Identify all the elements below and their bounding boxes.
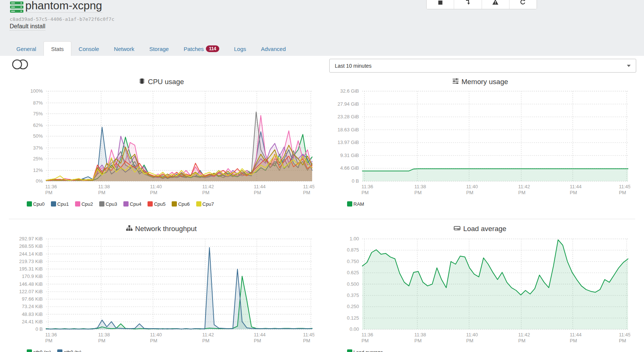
svg-text:PM: PM [98, 338, 106, 343]
svg-text:0.750: 0.750 [347, 259, 359, 264]
svg-text:11:44: 11:44 [570, 332, 582, 337]
load-chart-plot[interactable]: 1.000.8750.7500.6250.5000.3750.2500.1250… [329, 234, 631, 346]
tab-advanced[interactable]: Advanced [253, 41, 293, 56]
svg-text:73.24 KiB: 73.24 KiB [22, 304, 43, 309]
svg-text:48.83 KiB: 48.83 KiB [22, 311, 43, 317]
svg-text:PM: PM [202, 190, 210, 195]
svg-text:11:38: 11:38 [98, 332, 110, 337]
stop-button[interactable] [427, 0, 454, 9]
legend-item: RAM [347, 201, 364, 207]
memory-usage-chart: Memory usage 32.6 GiB27.94 GiB23.28 GiB1… [329, 76, 631, 207]
svg-text:195.31 KiB: 195.31 KiB [19, 266, 43, 272]
svg-text:18.63 GiB: 18.63 GiB [337, 127, 359, 132]
tab-storage[interactable]: Storage [142, 41, 177, 56]
svg-text:11:40: 11:40 [466, 332, 478, 337]
tab-general[interactable]: General [9, 41, 43, 56]
tab-logs[interactable]: Logs [227, 41, 254, 56]
memory-chart-legend: RAM [329, 201, 631, 207]
network-throughput-chart: Network throughput 292.97 KiB268.55 KiB2… [9, 223, 314, 352]
tab-network[interactable]: Network [107, 41, 142, 56]
svg-text:292.97 KiB: 292.97 KiB [19, 236, 43, 241]
svg-text:87%: 87% [33, 100, 43, 106]
svg-text:PM: PM [254, 190, 261, 195]
svg-text:11:36: 11:36 [45, 184, 57, 189]
chevron-down-icon [627, 65, 631, 67]
svg-text:11:38: 11:38 [98, 184, 110, 189]
svg-text:PM: PM [362, 190, 369, 195]
svg-text:0.00: 0.00 [350, 326, 359, 332]
load-average-chart: Load average 1.000.8750.7500.6250.5000.3… [329, 223, 631, 352]
svg-text:PM: PM [150, 190, 158, 195]
memory-chart-plot[interactable]: 32.6 GiB27.94 GiB23.28 GiB18.63 GiB13.97… [329, 87, 631, 198]
svg-text:0 B: 0 B [352, 178, 359, 184]
svg-text:11:44: 11:44 [254, 184, 266, 189]
svg-text:11:42: 11:42 [518, 184, 530, 189]
network-chart-legend: eth0 (rx)eth0 (tx) [9, 349, 314, 352]
svg-text:PM: PM [518, 190, 526, 195]
legend-item: Cpu3 [99, 201, 117, 207]
svg-text:PM: PM [303, 190, 310, 195]
stats-panel: Last 10 minutes CPU usage 100%87%75%62%5… [0, 56, 644, 352]
svg-text:268.55 KiB: 268.55 KiB [19, 243, 43, 249]
svg-text:50%: 50% [33, 133, 43, 139]
suspend-button[interactable] [454, 0, 481, 9]
reboot-icon [520, 0, 526, 7]
svg-text:100%: 100% [30, 88, 43, 94]
svg-text:PM: PM [303, 338, 310, 343]
svg-text:0.625: 0.625 [347, 270, 359, 275]
svg-text:PM: PM [518, 338, 526, 343]
tab-console[interactable]: Console [71, 41, 107, 56]
svg-text:PM: PM [254, 338, 261, 343]
svg-text:PM: PM [466, 190, 473, 195]
reboot-button[interactable] [509, 0, 537, 9]
cpu-chip-icon [139, 78, 145, 86]
tab-patches[interactable]: Patches114 [176, 41, 227, 56]
force-shutdown-button[interactable] [482, 0, 509, 9]
svg-text:37%: 37% [33, 145, 43, 151]
granularity-toggle[interactable] [11, 59, 30, 71]
time-range-value: Last 10 minutes [335, 63, 372, 69]
svg-text:97.66 KiB: 97.66 KiB [22, 296, 43, 302]
svg-text:11:45: 11:45 [619, 184, 630, 189]
svg-text:PM: PM [570, 338, 577, 343]
legend-item: Cpu5 [148, 201, 165, 207]
cpu-usage-chart: CPU usage 100%87%75%62%50%37%25%12%0%11:… [9, 76, 314, 207]
svg-text:11:42: 11:42 [518, 332, 530, 337]
load-hdd-icon [454, 225, 460, 233]
svg-text:11:36: 11:36 [362, 184, 373, 189]
vm-name[interactable]: phantom-xcpng [25, 0, 102, 12]
svg-text:11:45: 11:45 [303, 332, 314, 337]
svg-text:PM: PM [466, 338, 473, 343]
svg-text:11:44: 11:44 [254, 332, 266, 337]
memory-chart-title: Memory usage [329, 76, 631, 87]
vm-action-toolbar [426, 0, 537, 9]
network-chart-plot[interactable]: 292.97 KiB268.55 KiB244.14 KiB219.73 KiB… [9, 234, 314, 346]
vm-description[interactable]: Default install [10, 23, 45, 30]
svg-text:PM: PM [45, 338, 53, 343]
svg-text:11:40: 11:40 [150, 184, 162, 189]
legend-item: Cpu7 [196, 201, 214, 207]
server-stack-icon [10, 1, 23, 14]
svg-text:27.94 GiB: 27.94 GiB [337, 101, 359, 107]
svg-text:PM: PM [414, 338, 422, 343]
svg-text:244.14 KiB: 244.14 KiB [19, 251, 43, 257]
legend-item: eth0 (rx) [27, 349, 51, 352]
svg-text:1.00: 1.00 [350, 236, 359, 241]
tab-stats[interactable]: Stats [43, 41, 71, 56]
svg-text:0.875: 0.875 [347, 247, 359, 253]
svg-text:24.41 KiB: 24.41 KiB [22, 319, 43, 324]
svg-text:PM: PM [150, 338, 158, 343]
svg-text:0.250: 0.250 [347, 304, 359, 309]
svg-text:PM: PM [45, 190, 53, 195]
cpu-chart-title: CPU usage [9, 76, 314, 87]
svg-text:146.48 KiB: 146.48 KiB [19, 281, 43, 287]
svg-text:11:42: 11:42 [202, 184, 214, 189]
svg-text:0.500: 0.500 [347, 281, 359, 287]
cpu-chart-plot[interactable]: 100%87%75%62%50%37%25%12%0%11:36PM11:38P… [9, 87, 314, 198]
svg-text:PM: PM [619, 338, 626, 343]
suspend-icon [465, 0, 471, 7]
network-chart-title: Network throughput [9, 223, 314, 234]
time-range-select[interactable]: Last 10 minutes [329, 59, 636, 73]
tab-bar: GeneralStatsConsoleNetworkStoragePatches… [9, 41, 293, 56]
legend-item: eth0 (tx) [57, 349, 81, 352]
